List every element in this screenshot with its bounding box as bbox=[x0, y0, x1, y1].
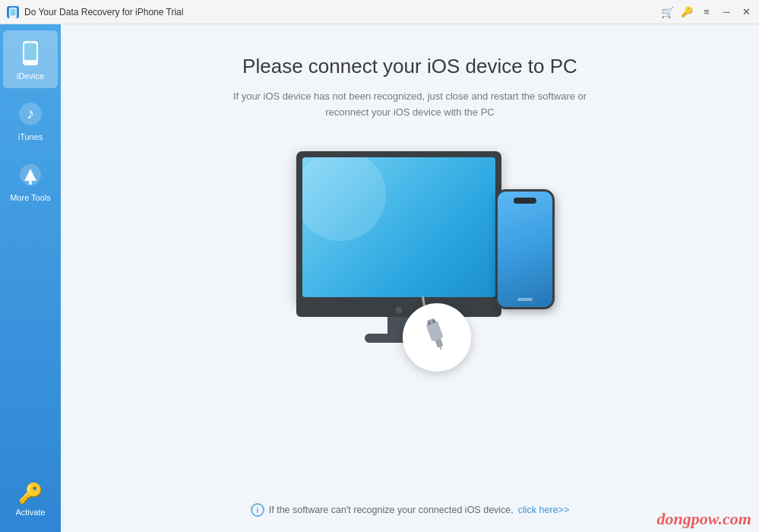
monitor bbox=[296, 151, 501, 343]
svg-rect-7 bbox=[28, 42, 33, 43]
window-controls: 🛒 🔑 ≡ ─ ✕ bbox=[660, 5, 753, 19]
menu-icon: ≡ bbox=[704, 6, 710, 17]
idevice-icon bbox=[15, 38, 46, 68]
monitor-dot bbox=[396, 307, 402, 313]
phone bbox=[495, 189, 555, 309]
main-title: Please connect your iOS device to PC bbox=[242, 55, 577, 78]
idevice-label: iDevice bbox=[17, 71, 44, 81]
close-icon: ✕ bbox=[742, 6, 751, 17]
activate-button[interactable]: 🔑 Activate bbox=[9, 476, 51, 523]
info-icon: i bbox=[251, 503, 264, 517]
bottom-info: i If the software can't recognize your c… bbox=[61, 503, 759, 517]
monitor-screen-outer bbox=[296, 151, 501, 303]
phone-notch bbox=[514, 198, 536, 204]
itunes-label: iTunes bbox=[18, 132, 43, 141]
activate-icon: 🔑 bbox=[18, 482, 43, 505]
subtitle: If your iOS device has not been recogniz… bbox=[233, 89, 587, 121]
sidebar-bottom: 🔑 Activate bbox=[0, 476, 61, 532]
sidebar-item-idevice[interactable]: iDevice bbox=[3, 30, 58, 88]
more-tools-label: More Tools bbox=[10, 193, 51, 202]
bottom-info-text: If the software can't recognize your con… bbox=[269, 505, 514, 515]
monitor-screen-inner bbox=[302, 157, 495, 297]
svg-point-6 bbox=[29, 61, 32, 64]
more-tools-icon bbox=[15, 160, 46, 190]
main-content: Please connect your iOS device to PC If … bbox=[61, 24, 759, 532]
sidebar-item-itunes[interactable]: ♪ iTunes bbox=[3, 91, 58, 149]
svg-rect-5 bbox=[24, 43, 36, 60]
title-bar: Do Your Data Recovery for iPhone Trial 🛒… bbox=[0, 0, 759, 24]
itunes-icon: ♪ bbox=[15, 99, 46, 129]
click-here-link[interactable]: click here>> bbox=[518, 505, 569, 515]
sidebar: iDevice ♪ iTunes More Tools bbox=[0, 24, 61, 532]
app-icon bbox=[6, 5, 20, 19]
sidebar-item-more-tools[interactable]: More Tools bbox=[3, 152, 58, 210]
shop-button[interactable]: 🛒 bbox=[660, 5, 674, 19]
menu-button[interactable]: ≡ bbox=[700, 5, 713, 19]
svg-rect-12 bbox=[29, 181, 32, 185]
minimize-button[interactable]: ─ bbox=[719, 5, 733, 19]
app-title: Do Your Data Recovery for iPhone Trial bbox=[24, 7, 660, 17]
phone-home bbox=[517, 298, 533, 301]
connector-circle bbox=[403, 303, 471, 372]
close-button[interactable]: ✕ bbox=[739, 5, 753, 19]
minimize-icon: ─ bbox=[723, 6, 729, 17]
activate-label: Activate bbox=[15, 508, 45, 517]
illustration bbox=[251, 144, 570, 387]
key-icon: 🔑 bbox=[681, 6, 693, 17]
monitor-bezel bbox=[296, 303, 501, 317]
key-button[interactable]: 🔑 bbox=[680, 5, 694, 19]
usb-connector-icon bbox=[412, 311, 461, 364]
svg-text:♪: ♪ bbox=[27, 105, 34, 122]
subtitle-line2: reconnect your iOS device with the PC bbox=[325, 106, 495, 118]
svg-rect-2 bbox=[11, 8, 16, 15]
shop-icon: 🛒 bbox=[661, 6, 674, 18]
svg-rect-3 bbox=[11, 16, 14, 17]
app-body: iDevice ♪ iTunes More Tools bbox=[0, 24, 759, 532]
subtitle-line1: If your iOS device has not been recogniz… bbox=[233, 90, 587, 102]
